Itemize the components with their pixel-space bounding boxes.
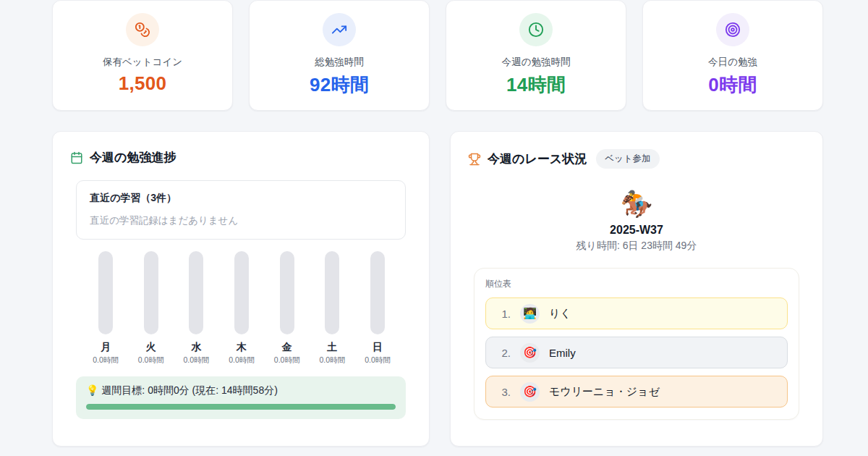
weekly-bar-chart: 月 0.0時間 火 0.0時間 水 0.0時間 木 0.0時間 金 0.0時間 … [53,251,429,366]
day-label: 金 [282,341,292,354]
goal-label: 週間目標: 0時間0分 (現在: 14時間58分) [101,384,278,396]
weekly-progress-card: 今週の勉強進捗 直近の学習（3件） 直近の学習記録はまだありません 月 0.0時… [52,131,430,447]
day-label: 火 [146,341,156,354]
day-label: 日 [373,341,383,354]
rank-number: 1. [499,308,511,320]
trending-up-icon [323,13,356,46]
stat-value: 92時間 [250,72,429,98]
rank-number: 3. [499,386,511,398]
chart-column-sun: 日 0.0時間 [359,251,396,366]
chart-column-thu: 木 0.0時間 [224,251,260,366]
goal-progress-track [86,404,396,410]
stat-label: 今日の勉強 [643,56,822,69]
day-value: 0.0時間 [184,355,210,366]
day-value: 0.0時間 [93,355,119,366]
recent-study-box: 直近の学習（3件） 直近の学習記録はまだありません [76,180,406,240]
weekly-goal-box: 💡 週間目標: 0時間0分 (現在: 14時間58分) [76,376,406,419]
rank-number: 2. [499,347,511,359]
rank-name: モウリーニョ・ジョゼ [549,385,660,399]
ranking-table: 順位表 1. 🧑‍💻 りく 2. 🎯 Emily 3. 🎯 モウリーニョ・ジョゼ [474,268,799,420]
day-value: 0.0時間 [229,355,255,366]
day-value: 0.0時間 [138,355,164,366]
day-label: 土 [327,341,337,354]
bet-participation-badge: ベット参加 [596,149,659,169]
recent-study-title: 直近の学習（3件） [90,192,392,205]
stat-card-week-study-time: 今週の勉強時間 14時間 [446,0,626,111]
race-info: 🏇 2025-W37 残り時間: 6日 23時間 49分 [451,189,822,253]
calendar-icon [70,151,83,164]
weekly-progress-header: 今週の勉強進捗 [53,132,429,166]
stat-value: 1,500 [53,72,232,95]
horse-racing-emoji: 🏇 [451,189,822,219]
bar-tue [144,251,158,334]
lightbulb-icon: 💡 [86,384,98,396]
stat-card-bet-coins: 保有ベットコイン 1,500 [52,0,233,111]
dart-emoji-avatar: 🎯 [520,343,540,363]
race-week: 2025-W37 [451,224,822,237]
chart-column-fri: 金 0.0時間 [269,251,305,366]
card-title: 今週のレース状況 [488,151,587,167]
target-icon [716,13,749,46]
day-value: 0.0時間 [365,355,391,366]
clock-icon [519,13,553,46]
stat-card-total-study-time: 総勉強時間 92時間 [249,0,430,111]
day-label: 水 [191,341,201,354]
day-label: 月 [101,341,111,354]
stat-label: 総勉強時間 [250,56,429,69]
rank-row-1: 1. 🧑‍💻 りく [485,297,788,329]
day-label: 木 [237,341,247,354]
rank-name: Emily [549,347,576,359]
day-value: 0.0時間 [274,355,300,366]
technologist-emoji-avatar: 🧑‍💻 [520,304,540,324]
rank-row-3: 3. 🎯 モウリーニョ・ジョゼ [485,376,788,408]
chart-column-sat: 土 0.0時間 [314,251,350,366]
race-status-header: 今週のレース状況 ベット参加 [451,132,822,169]
stat-value: 14時間 [446,72,626,98]
recent-study-empty-message: 直近の学習記録はまだありません [90,214,392,227]
chart-column-mon: 月 0.0時間 [88,251,124,366]
bar-wed [189,251,203,334]
card-title: 今週の勉強進捗 [90,149,176,166]
coins-icon [126,13,159,46]
bar-sun [370,251,385,334]
stat-label: 保有ベットコイン [53,56,232,69]
goal-progress-fill [86,404,396,410]
race-status-card: 今週のレース状況 ベット参加 🏇 2025-W37 残り時間: 6日 23時間 … [450,131,823,447]
ranking-label: 順位表 [485,278,788,290]
chart-column-wed: 水 0.0時間 [178,251,214,366]
bar-thu [234,251,249,334]
weekly-goal-text: 💡 週間目標: 0時間0分 (現在: 14時間58分) [86,384,396,397]
chart-column-tue: 火 0.0時間 [133,251,169,366]
trophy-icon [468,153,481,166]
rank-row-2: 2. 🎯 Emily [485,337,788,368]
rank-name: りく [549,307,571,321]
bar-mon [98,251,113,334]
dart-emoji-avatar: 🎯 [520,382,540,402]
bar-sat [325,251,339,334]
stat-value: 0時間 [643,72,822,98]
race-remaining-time: 残り時間: 6日 23時間 49分 [451,240,822,253]
stat-label: 今週の勉強時間 [446,56,626,69]
bar-fri [280,251,294,334]
stat-card-today-study: 今日の勉強 0時間 [642,0,823,111]
day-value: 0.0時間 [319,355,345,366]
